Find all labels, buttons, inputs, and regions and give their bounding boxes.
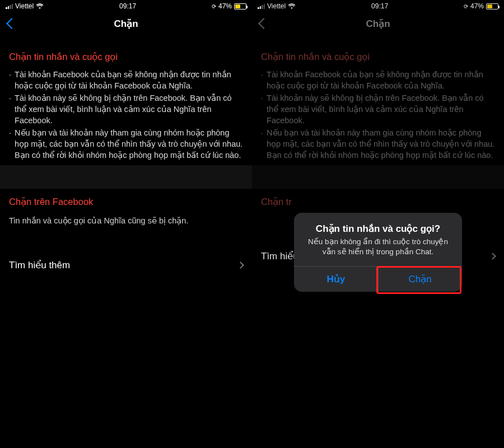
phone-screen-left: Viettel 09:17 ⟳ 47% Chặn Chặn tin nhắn v… bbox=[0, 0, 252, 448]
phone-screen-right: Viettel 09:17 ⟳ 47% Chặn Chặn tin nhắn v… bbox=[252, 0, 504, 448]
confirm-block-alert: Chặn tin nhắn và cuộc gọi? Nếu bạn không… bbox=[294, 213, 462, 292]
carrier-label: Viettel bbox=[15, 2, 34, 10]
wifi-icon bbox=[36, 3, 44, 9]
alert-message: Nếu bạn không ẩn đi thì cuộc trò chuyện … bbox=[304, 237, 452, 257]
chevron-right-icon bbox=[237, 262, 244, 269]
block-on-facebook-description: Tin nhắn và cuộc gọi của Nghĩa cũng sẽ b… bbox=[0, 212, 252, 232]
status-time: 09:17 bbox=[119, 2, 136, 10]
page-title: Chặn bbox=[0, 18, 252, 30]
learn-more-label: Tìm hiểu thêm bbox=[9, 259, 70, 271]
battery-icon bbox=[234, 3, 246, 10]
signal-icon bbox=[6, 3, 13, 9]
learn-more-row[interactable]: Tìm hiểu thêm bbox=[0, 251, 252, 279]
alert-cancel-button[interactable]: Hủy bbox=[294, 267, 378, 292]
block-messages-calls-header[interactable]: Chặn tin nhắn và cuộc gọi bbox=[0, 36, 252, 67]
battery-percent: 47% bbox=[218, 2, 232, 10]
section-divider bbox=[0, 165, 252, 189]
rotation-lock-icon: ⟳ bbox=[212, 3, 216, 10]
alert-confirm-button[interactable]: Chặn bbox=[378, 267, 462, 292]
nav-bar: Chặn bbox=[0, 11, 252, 36]
alert-title: Chặn tin nhắn và cuộc gọi? bbox=[304, 223, 452, 235]
status-bar: Viettel 09:17 ⟳ 47% bbox=[0, 0, 252, 11]
block-on-facebook-header[interactable]: Chặn trên Facebook bbox=[0, 189, 252, 212]
block-messages-description: ·Tài khoản Facebook của bạn sẽ không nhậ… bbox=[0, 67, 252, 165]
back-button[interactable] bbox=[6, 18, 17, 29]
